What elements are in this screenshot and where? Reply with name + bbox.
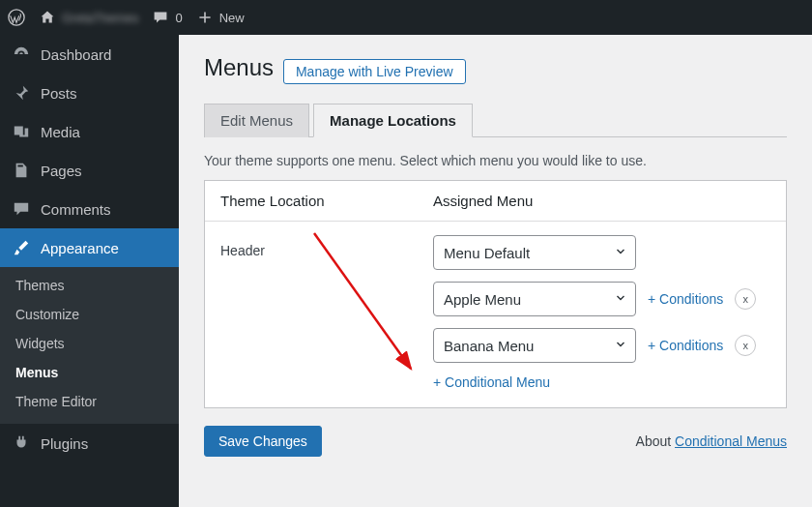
locations-panel: Theme Location Assigned Menu Header Menu… xyxy=(204,180,787,408)
menu-select-banana[interactable]: Banana Menu xyxy=(433,328,636,363)
pages-icon xyxy=(12,161,31,180)
wp-logo[interactable] xyxy=(8,9,25,26)
submenu-item-widgets[interactable]: Widgets xyxy=(0,329,179,358)
select-value: Apple Menu xyxy=(444,291,521,308)
submenu-item-customize[interactable]: Customize xyxy=(0,300,179,329)
sidebar-label: Media xyxy=(41,124,80,140)
sidebar-label: Dashboard xyxy=(41,46,111,63)
sidebar-item-pages[interactable]: Pages xyxy=(0,151,179,190)
plus-icon xyxy=(196,9,214,26)
comment-icon xyxy=(152,9,169,26)
page-title: Menus xyxy=(204,54,274,81)
appearance-submenu: Themes Customize Widgets Menus Theme Edi… xyxy=(0,267,179,424)
wordpress-icon xyxy=(8,9,25,26)
about-text: About Conditional Menus xyxy=(636,433,787,449)
brush-icon xyxy=(12,238,31,257)
select-value: Menu Default xyxy=(444,245,530,261)
admin-bar: GretaThemes 0 New xyxy=(0,0,812,35)
dashboard-icon xyxy=(12,45,31,64)
chevron-down-icon xyxy=(614,338,627,354)
live-preview-button[interactable]: Manage with Live Preview xyxy=(283,59,466,84)
new-label: New xyxy=(219,11,245,25)
media-icon xyxy=(12,122,31,141)
home-icon xyxy=(39,9,56,26)
conditions-link[interactable]: + Conditions xyxy=(648,338,723,353)
sidebar-item-posts[interactable]: Posts xyxy=(0,74,179,112)
location-name: Header xyxy=(220,235,433,258)
tab-manage-locations[interactable]: Manage Locations xyxy=(313,104,473,137)
column-header-assigned: Assigned Menu xyxy=(433,193,770,209)
submenu-item-menus[interactable]: Menus xyxy=(0,358,179,387)
comments-link[interactable]: 0 xyxy=(152,9,182,26)
column-header-location: Theme Location xyxy=(220,193,433,209)
site-link[interactable]: GretaThemes xyxy=(39,9,138,26)
comment-icon xyxy=(12,199,31,219)
comment-count: 0 xyxy=(175,11,182,25)
tabs: Edit Menus Manage Locations xyxy=(204,104,787,137)
remove-button[interactable]: x xyxy=(735,335,756,356)
sidebar-item-comments[interactable]: Comments xyxy=(0,190,179,228)
admin-sidebar: Dashboard Posts Media Pages Comments App… xyxy=(0,35,179,507)
new-link[interactable]: New xyxy=(196,9,245,26)
help-text: Your theme supports one menu. Select whi… xyxy=(204,153,787,168)
add-conditional-menu-link[interactable]: + Conditional Menu xyxy=(433,374,550,390)
menu-select-default[interactable]: Menu Default xyxy=(433,235,636,270)
sidebar-label: Pages xyxy=(41,163,82,179)
sidebar-label: Appearance xyxy=(41,240,119,256)
pin-icon xyxy=(12,83,31,103)
panel-header: Theme Location Assigned Menu xyxy=(205,181,786,222)
menu-select-apple[interactable]: Apple Menu xyxy=(433,282,636,316)
chevron-down-icon xyxy=(614,245,627,261)
sidebar-item-appearance[interactable]: Appearance xyxy=(0,228,179,267)
about-link[interactable]: Conditional Menus xyxy=(675,433,787,449)
chevron-down-icon xyxy=(614,291,627,308)
site-name: GretaThemes xyxy=(62,11,138,25)
main-content: Menus Manage with Live Preview Edit Menu… xyxy=(179,35,812,507)
sidebar-label: Plugins xyxy=(41,435,88,452)
remove-button[interactable]: x xyxy=(735,288,756,310)
submenu-item-themes[interactable]: Themes xyxy=(0,271,179,300)
select-value: Banana Menu xyxy=(444,338,534,354)
tab-edit-menus[interactable]: Edit Menus xyxy=(204,104,309,137)
sidebar-label: Comments xyxy=(41,201,111,218)
plugin-icon xyxy=(12,433,31,453)
sidebar-item-dashboard[interactable]: Dashboard xyxy=(0,35,179,74)
conditions-link[interactable]: + Conditions xyxy=(648,291,723,307)
sidebar-item-media[interactable]: Media xyxy=(0,112,179,151)
sidebar-label: Posts xyxy=(41,85,77,102)
sidebar-item-plugins[interactable]: Plugins xyxy=(0,424,179,462)
submenu-item-theme-editor[interactable]: Theme Editor xyxy=(0,387,179,416)
save-changes-button[interactable]: Save Changes xyxy=(204,426,322,457)
